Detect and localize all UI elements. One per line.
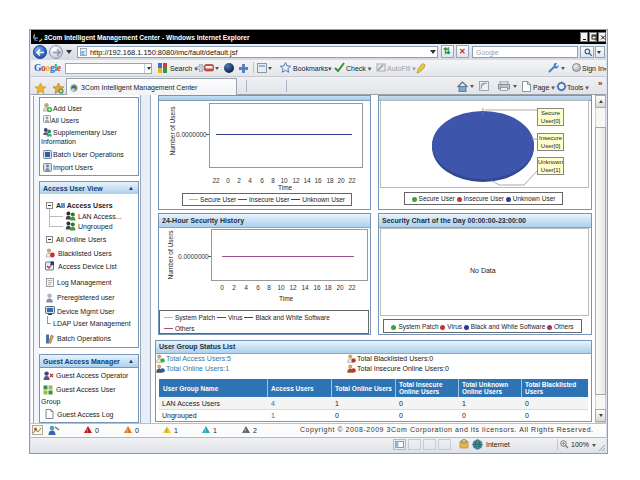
svg-text:!: ! [205, 428, 206, 434]
svg-text:!: ! [245, 428, 246, 434]
svg-text:e: e [81, 49, 85, 56]
svg-text:!: ! [166, 428, 167, 434]
svg-text:!: ! [87, 428, 88, 434]
svg-text:e: e [34, 33, 38, 43]
svg-text:!: ! [127, 428, 128, 434]
